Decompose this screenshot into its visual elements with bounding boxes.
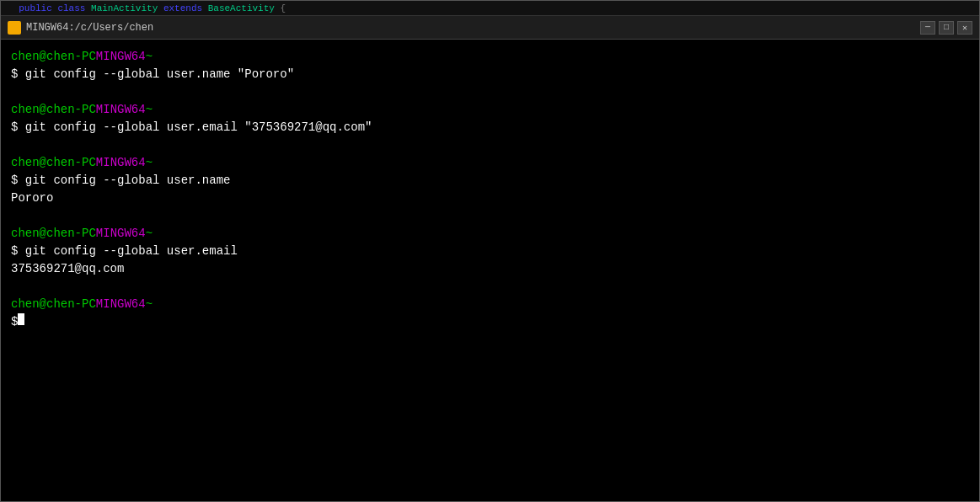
output-text-4: 375369271@qq.com — [11, 260, 124, 278]
blank-2 — [11, 136, 969, 154]
cursor — [18, 313, 24, 325]
terminal-window: public class MainActivity extends BaseAc… — [0, 0, 980, 502]
blank-4 — [11, 278, 969, 296]
blank-1 — [11, 83, 969, 101]
prompt-mingw-5: MINGW64 — [96, 296, 146, 313]
prompt-tilde-1: ~ — [146, 48, 153, 66]
prompt-user-4: chen@chen-PC — [11, 225, 96, 243]
prompt-mingw-3: MINGW64 — [96, 154, 146, 172]
cmd-text-3: $ git config --global user.name — [11, 172, 230, 190]
title-bar: ⚡ MINGW64:/c/Users/chen ─ □ ✕ — [1, 16, 979, 40]
output-line-4: 375369271@qq.com — [11, 260, 969, 278]
blank-3 — [11, 207, 969, 225]
top-hint-bar: public class MainActivity extends BaseAc… — [1, 1, 979, 16]
prompt-line-5: chen@chen-PC MINGW64 ~ — [11, 296, 969, 313]
prompt-tilde-4: ~ — [146, 225, 153, 243]
prompt-user-3: chen@chen-PC — [11, 154, 96, 172]
prompt-user-1: chen@chen-PC — [11, 48, 96, 66]
output-text-3: Pororo — [11, 190, 53, 207]
minimize-button[interactable]: ─ — [920, 21, 935, 35]
prompt-mingw-1: MINGW64 — [96, 48, 146, 66]
terminal-icon: ⚡ — [8, 21, 21, 35]
cmd-dollar-5: $ — [11, 313, 18, 331]
prompt-mingw-2: MINGW64 — [96, 101, 146, 119]
cmd-text-4: $ git config --global user.email — [11, 243, 238, 260]
cmd-line-1: $ git config --global user.name "Pororo" — [11, 66, 969, 83]
cmd-line-2: $ git config --global user.email "375369… — [11, 119, 969, 136]
cmd-line-5: $ — [11, 313, 969, 331]
prompt-line-2: chen@chen-PC MINGW64 ~ — [11, 101, 969, 119]
prompt-line-1: chen@chen-PC MINGW64 ~ — [11, 48, 969, 66]
top-hint-text: public class MainActivity extends BaseAc… — [8, 3, 286, 13]
prompt-tilde-3: ~ — [146, 154, 153, 172]
window-controls: ─ □ ✕ — [920, 21, 972, 35]
cmd-text-1: $ git config --global user.name "Pororo" — [11, 66, 294, 83]
prompt-tilde-5: ~ — [146, 296, 153, 313]
window-title: MINGW64:/c/Users/chen — [26, 22, 153, 34]
prompt-mingw-4: MINGW64 — [96, 225, 146, 243]
prompt-line-4: chen@chen-PC MINGW64 ~ — [11, 225, 969, 243]
cmd-line-4: $ git config --global user.email — [11, 243, 969, 260]
title-bar-left: ⚡ MINGW64:/c/Users/chen — [8, 21, 153, 35]
maximize-button[interactable]: □ — [939, 21, 954, 35]
prompt-user-2: chen@chen-PC — [11, 101, 96, 119]
terminal-body[interactable]: chen@chen-PC MINGW64 ~ $ git config --gl… — [1, 40, 979, 501]
prompt-line-3: chen@chen-PC MINGW64 ~ — [11, 154, 969, 172]
cmd-text-2: $ git config --global user.email "375369… — [11, 119, 372, 136]
prompt-user-5: chen@chen-PC — [11, 296, 96, 313]
cmd-line-3: $ git config --global user.name — [11, 172, 969, 190]
output-line-3: Pororo — [11, 190, 969, 207]
close-button[interactable]: ✕ — [957, 21, 972, 35]
prompt-tilde-2: ~ — [146, 101, 153, 119]
